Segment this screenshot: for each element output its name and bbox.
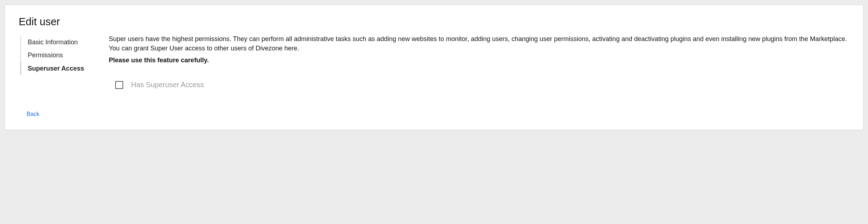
has-superuser-label: Has Superuser Access — [131, 81, 204, 89]
has-superuser-row: Has Superuser Access — [109, 81, 853, 89]
content-area: Super users have the highest permissions… — [109, 34, 853, 89]
tab-permissions[interactable]: Permissions — [20, 49, 109, 62]
superuser-description: Super users have the highest permissions… — [109, 34, 853, 53]
tab-superuser-access[interactable]: Superuser Access — [20, 62, 109, 75]
sidebar: Basic Information Permissions Superuser … — [15, 34, 109, 117]
has-superuser-checkbox[interactable] — [115, 81, 123, 89]
main-row: Basic Information Permissions Superuser … — [15, 34, 853, 117]
page-title: Edit user — [19, 16, 853, 28]
tab-basic-information[interactable]: Basic Information — [20, 36, 109, 49]
back-link[interactable]: Back — [27, 111, 40, 117]
superuser-warning: Please use this feature carefully. — [109, 57, 853, 64]
edit-user-card: Edit user Basic Information Permissions … — [5, 5, 863, 130]
